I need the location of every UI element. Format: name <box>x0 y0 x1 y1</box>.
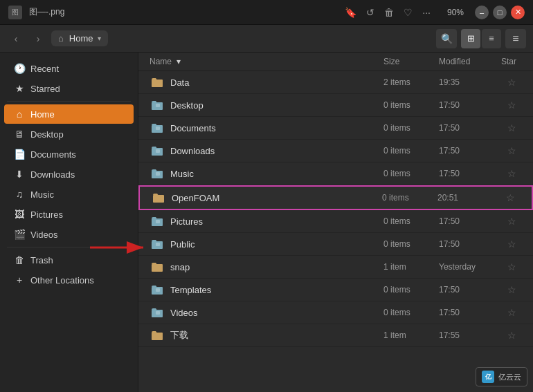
folder-icon <box>150 259 165 274</box>
minimize-button[interactable]: – <box>475 6 489 19</box>
search-button[interactable]: 🔍 <box>436 29 457 48</box>
list-view-button[interactable]: ≡ <box>482 29 501 48</box>
sidebar-item-documents[interactable]: 📄 Documents <box>4 144 134 164</box>
file-star[interactable]: ☆ <box>500 192 521 203</box>
sidebar-item-other[interactable]: + Other Locations <box>4 270 134 290</box>
file-name: Public <box>170 239 383 250</box>
bookmark-icon[interactable]: 🔖 <box>345 7 356 18</box>
window-title: 图—-.png <box>29 6 64 18</box>
file-star[interactable]: ☆ <box>501 239 522 250</box>
menu-button[interactable]: ≡ <box>505 29 526 48</box>
back-button[interactable]: ‹ <box>7 30 25 48</box>
file-name: Documents <box>170 123 383 133</box>
col-header-size[interactable]: Size <box>383 57 439 66</box>
view-toggle: ⊞ ≡ <box>461 29 501 48</box>
col-header-modified[interactable]: Modified <box>439 57 501 66</box>
file-star[interactable]: ☆ <box>501 122 522 133</box>
file-star[interactable]: ☆ <box>501 284 522 295</box>
sidebar-item-recent[interactable]: 🕐 Recent <box>4 59 134 78</box>
table-row[interactable]: snap1 itemYesterday☆ <box>138 256 533 279</box>
file-star[interactable]: ☆ <box>501 77 522 88</box>
file-size: 0 items <box>383 239 439 249</box>
file-modified: Yesterday <box>439 262 501 272</box>
folder-icon <box>150 214 165 229</box>
history-icon[interactable]: ↺ <box>366 7 374 18</box>
file-star[interactable]: ☆ <box>501 100 522 111</box>
folder-icon <box>151 190 166 205</box>
svg-rect-14 <box>152 264 163 272</box>
table-row[interactable]: Music0 items17:50☆ <box>138 162 533 185</box>
sidebar-divider-2 <box>7 247 131 248</box>
file-size: 0 items <box>383 216 439 226</box>
file-modified: 17:55 <box>439 330 501 340</box>
table-row[interactable]: OpenFOAM0 items20:51☆ <box>138 185 533 210</box>
sidebar-item-downloads[interactable]: ⬇ Downloads <box>4 165 134 184</box>
file-size: 1 item <box>383 330 439 340</box>
other-icon: + <box>14 274 25 286</box>
file-name: Data <box>170 77 383 88</box>
table-row[interactable]: Public0 items17:50☆ <box>138 233 533 256</box>
sidebar-item-desktop[interactable]: 🖥 Desktop <box>4 124 134 144</box>
heart-icon[interactable]: ♡ <box>404 7 413 18</box>
file-star[interactable]: ☆ <box>501 216 522 227</box>
file-list: Name ▾ Size Modified Star Data2 items19:… <box>138 53 533 392</box>
svg-rect-6 <box>156 149 160 153</box>
file-size: 2 items <box>383 77 439 87</box>
col-header-star: Star <box>501 57 522 66</box>
watermark-logo: 亿 <box>482 371 494 383</box>
sidebar-item-videos[interactable]: 🎬 Videos <box>4 225 134 244</box>
file-size: 0 items <box>383 123 439 133</box>
app-icon: 图 <box>8 6 22 19</box>
table-row[interactable]: Documents0 items17:50☆ <box>138 117 533 140</box>
desktop-icon: 🖥 <box>14 129 25 140</box>
file-modified: 17:50 <box>439 216 501 226</box>
grid-view-button[interactable]: ⊞ <box>461 29 480 48</box>
maximize-button[interactable]: □ <box>493 6 507 19</box>
file-star[interactable]: ☆ <box>501 330 522 341</box>
videos-icon: 🎬 <box>14 229 25 240</box>
sidebar-item-pictures[interactable]: 🖼 Pictures <box>4 205 134 224</box>
table-row[interactable]: Pictures0 items17:50☆ <box>138 210 533 233</box>
table-row[interactable]: Downloads0 items17:50☆ <box>138 140 533 162</box>
col-header-name[interactable]: Name ▾ <box>150 57 383 66</box>
breadcrumb-arrow[interactable]: ▾ <box>98 35 101 42</box>
zoom-level: 90% <box>447 8 464 17</box>
file-size: 0 items <box>383 308 439 317</box>
file-star[interactable]: ☆ <box>501 307 522 318</box>
sidebar-label-downloads: Downloads <box>30 169 75 180</box>
file-name: Videos <box>170 308 383 318</box>
file-star[interactable]: ☆ <box>501 145 522 156</box>
file-star[interactable]: ☆ <box>501 261 522 272</box>
sidebar-item-starred[interactable]: ★ Starred <box>4 79 134 98</box>
file-modified: 19:35 <box>439 77 501 87</box>
table-row[interactable]: Videos0 items17:50☆ <box>138 301 533 324</box>
table-row[interactable]: 下载1 item17:55☆ <box>138 324 533 347</box>
table-row[interactable]: Desktop0 items17:50☆ <box>138 94 533 117</box>
table-row[interactable]: Templates0 items17:50☆ <box>138 279 533 301</box>
toolbar: ‹ › ⌂ Home ▾ 🔍 ⊞ ≡ ≡ <box>0 25 533 53</box>
watermark-text: 亿云云 <box>498 372 521 382</box>
close-button[interactable]: ✕ <box>511 6 525 19</box>
sidebar-item-trash[interactable]: 🗑 Trash <box>4 250 134 270</box>
sidebar-item-music[interactable]: ♫ Music <box>4 185 134 204</box>
sidebar-item-home[interactable]: ⌂ Home <box>4 104 134 124</box>
more-icon[interactable]: ··· <box>422 7 431 18</box>
sidebar-label-music: Music <box>30 189 54 200</box>
file-name: Downloads <box>170 146 383 156</box>
folder-icon <box>150 236 165 252</box>
svg-rect-11 <box>156 220 160 223</box>
file-star[interactable]: ☆ <box>501 168 522 179</box>
trash-titlebar-icon[interactable]: 🗑 <box>384 7 394 18</box>
home-icon: ⌂ <box>58 33 64 44</box>
star-icon: ★ <box>14 83 25 94</box>
window-controls: – □ ✕ <box>475 6 525 19</box>
sidebar-label-recent: Recent <box>30 64 59 74</box>
table-row[interactable]: Data2 items19:35☆ <box>138 71 533 94</box>
folder-icon <box>150 120 165 136</box>
breadcrumb[interactable]: ⌂ Home ▾ <box>51 30 108 46</box>
file-size: 0 items <box>383 100 439 110</box>
forward-button[interactable]: › <box>29 30 47 48</box>
svg-rect-4 <box>156 127 160 130</box>
music-icon: ♫ <box>14 189 25 200</box>
file-modified: 17:50 <box>439 146 501 156</box>
